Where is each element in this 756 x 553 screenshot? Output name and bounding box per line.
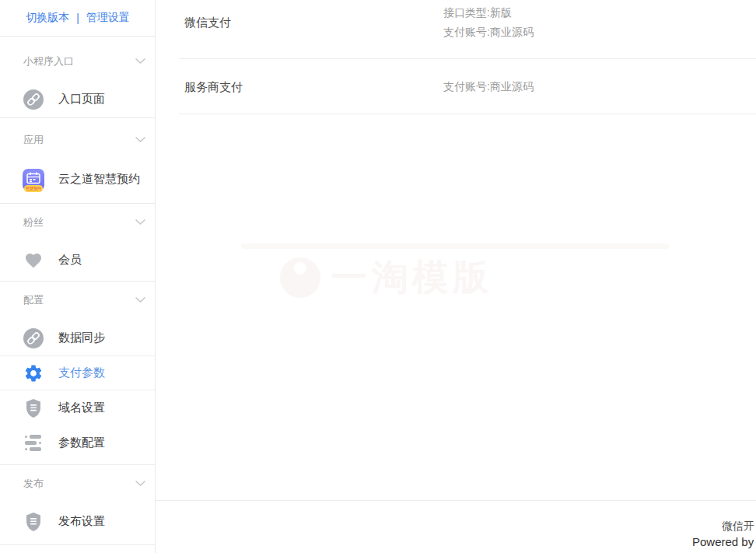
divider [0,281,156,282]
chevron-down-icon[interactable] [135,296,146,303]
chevron-down-icon[interactable] [135,480,146,487]
footer-credit-line2: Powered by [692,535,754,548]
row-title: 微信支付 [184,16,231,30]
section-header-miniprogram-entry: 小程序入口 [23,54,74,68]
sidebar-item-label: 数据同步 [58,331,105,345]
watermark-logo-icon [280,257,320,298]
gear-icon [23,362,44,384]
sidebar-item-param-config[interactable]: 参数配置 [0,425,155,460]
sidebar-item-label: 入口页面 [58,92,105,107]
section-header-config: 配置 [23,293,44,307]
divider [0,544,156,545]
watermark: 一淘模版 [280,254,493,302]
row-info-payment-account: 支付账号:商业源码 [443,26,534,40]
payment-row-service-provider[interactable]: 服务商支付 支付账号:商业源码 [156,59,756,114]
sidebar-item-label: 支付参数 [58,366,105,380]
divider [156,500,756,501]
sidebar-item-entry-page[interactable]: 入口页面 [0,82,155,117]
sidebar-item-yunzhidao-app[interactable]: 智慧预约 云之道智慧预约 [0,162,155,197]
row-info-payment-account: 支付账号:商业源码 [443,80,534,94]
sidebar-item-payment-params[interactable]: 支付参数 [0,355,155,390]
sidebar-item-publish-settings[interactable]: 发布设置 [0,504,155,539]
page: 切换版本 | 管理设置 小程序入口 入口页面 应用 智慧预约 云之道智慧预约 [0,0,756,553]
link-icon [23,327,44,349]
heart-icon [23,250,44,271]
divider [179,114,756,114]
sidebar-item-data-sync[interactable]: 数据同步 [0,320,155,355]
sidebar-item-label: 域名设置 [58,401,105,415]
shield-icon [23,511,44,533]
divider [0,464,156,465]
sidebar-item-label: 参数配置 [58,436,105,450]
chevron-down-icon[interactable] [135,58,146,65]
main-content: 微信支付 接口类型:新版 支付账号:商业源码 服务商支付 支付账号:商业源码 一… [156,0,756,553]
section-header-fans: 粉丝 [23,215,44,229]
row-title: 服务商支付 [184,80,243,95]
sidebar-item-domain-settings[interactable]: 域名设置 [0,390,155,425]
shield-icon [23,397,44,419]
sidebar-top-links: 切换版本 | 管理设置 [0,0,156,36]
list-icon [23,432,44,454]
divider [0,117,156,118]
sidebar-item-label: 会员 [58,253,82,268]
link-icon [23,89,44,110]
divider [0,36,156,37]
chevron-down-icon[interactable] [135,219,146,226]
top-links-separator: | [76,12,79,24]
watermark-text: 一淘模版 [331,254,493,302]
footer-credit-line1: 微信开 [722,520,754,534]
chevron-down-icon[interactable] [135,136,146,143]
app-icon: 智慧预约 [23,169,44,191]
row-info-interface-type: 接口类型:新版 [443,6,512,20]
payment-row-wechat-pay[interactable]: 微信支付 接口类型:新版 支付账号:商业源码 [156,0,756,58]
divider [0,203,156,204]
manage-settings-link[interactable]: 管理设置 [86,11,130,25]
section-header-apps: 应用 [23,133,44,147]
section-header-publish: 发布 [23,477,44,491]
sidebar-item-members[interactable]: 会员 [0,243,155,278]
sidebar-item-label: 发布设置 [58,514,105,529]
sidebar: 切换版本 | 管理设置 小程序入口 入口页面 应用 智慧预约 云之道智慧预约 [0,0,156,553]
watermark-bar [241,243,669,249]
sidebar-item-label: 云之道智慧预约 [58,172,140,187]
switch-version-link[interactable]: 切换版本 [26,11,69,25]
app-badge: 智慧预约 [24,185,43,192]
